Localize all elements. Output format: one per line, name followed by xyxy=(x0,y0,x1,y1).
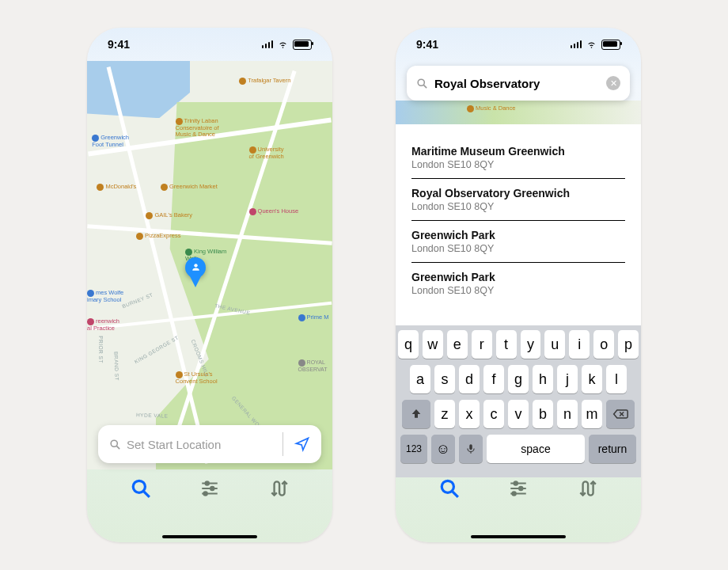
key-l[interactable]: l xyxy=(606,365,627,393)
key-g[interactable]: g xyxy=(508,365,529,393)
key-y[interactable]: y xyxy=(521,330,541,359)
tab-filters[interactable] xyxy=(507,477,529,500)
map-poi[interactable]: Trinity Laban Conservatoire of Music & D… xyxy=(176,118,219,139)
status-bar: 9:41 xyxy=(396,28,641,61)
tab-bar xyxy=(396,468,641,542)
search-results: Maritime Museum GreenwichLondon SE10 8QY… xyxy=(396,124,641,335)
map-poi[interactable]: University of Greenwich xyxy=(249,146,284,160)
key-v[interactable]: v xyxy=(508,400,529,428)
key-space[interactable]: space xyxy=(487,435,585,463)
svg-line-12 xyxy=(423,85,427,88)
key-backspace[interactable] xyxy=(606,400,635,428)
battery-icon xyxy=(293,40,312,50)
key-n[interactable]: n xyxy=(557,400,578,428)
key-a[interactable]: a xyxy=(410,365,430,393)
status-bar: 9:41 xyxy=(87,28,332,61)
home-indicator[interactable] xyxy=(471,535,566,539)
key-m[interactable]: m xyxy=(582,400,602,428)
key-d[interactable]: d xyxy=(459,365,480,393)
cellular-icon xyxy=(571,40,582,48)
key-emoji[interactable]: ☺ xyxy=(431,435,455,463)
key-123[interactable]: 123 xyxy=(400,435,427,463)
current-location-button[interactable] xyxy=(283,436,321,452)
key-i[interactable]: i xyxy=(569,330,590,359)
wifi-icon xyxy=(277,40,289,49)
location-pin[interactable] xyxy=(185,257,206,287)
tab-filters[interactable] xyxy=(199,477,221,500)
key-t[interactable]: t xyxy=(496,330,517,359)
key-q[interactable]: q xyxy=(398,330,419,359)
map-poi[interactable]: PizzaExpress xyxy=(136,233,180,240)
key-shift[interactable] xyxy=(402,400,430,428)
result-subtitle: London SE10 8QY xyxy=(411,159,625,170)
search-result[interactable]: Maritime Museum GreenwichLondon SE10 8QY xyxy=(411,137,625,179)
key-z[interactable]: z xyxy=(434,400,455,428)
tab-search[interactable] xyxy=(438,477,461,500)
keyboard: qwertyuiop asdfghjkl zxcvbnm 123 ☺ space… xyxy=(396,325,641,477)
road-label: BRAND ST xyxy=(113,352,119,381)
key-j[interactable]: j xyxy=(557,365,578,393)
map-poi[interactable]: mes Wolfe imary School xyxy=(87,290,123,303)
result-subtitle: London SE10 8QY xyxy=(411,285,625,296)
key-f[interactable]: f xyxy=(483,365,504,393)
map-poi[interactable]: GAIL's Bakery xyxy=(146,212,192,219)
tab-bar xyxy=(87,468,332,542)
wifi-icon xyxy=(586,40,597,49)
map-poi[interactable]: Prime M xyxy=(298,314,329,321)
svg-line-4 xyxy=(143,492,149,497)
result-title: Greenwich Park xyxy=(411,229,625,241)
road-label: HYDE VALE xyxy=(136,412,169,418)
key-mic[interactable] xyxy=(459,435,483,463)
search-bar: Royal Observatory ✕ xyxy=(407,66,630,101)
key-return[interactable]: return xyxy=(589,435,636,463)
key-x[interactable]: x xyxy=(459,400,480,428)
key-b[interactable]: b xyxy=(533,400,553,428)
svg-line-2 xyxy=(116,446,119,449)
search-result[interactable]: Greenwich ParkLondon SE10 8QY xyxy=(411,263,625,304)
svg-point-10 xyxy=(203,492,207,495)
key-p[interactable]: p xyxy=(618,330,639,359)
status-icons xyxy=(571,40,621,50)
home-indicator[interactable] xyxy=(162,535,257,539)
key-u[interactable]: u xyxy=(544,330,565,359)
svg-point-8 xyxy=(206,481,209,484)
key-c[interactable]: c xyxy=(483,400,504,428)
search-input[interactable]: Royal Observatory xyxy=(434,77,600,90)
map-view[interactable]: Trafalgar TavernGreenwich Foot TunnelTri… xyxy=(87,61,332,469)
road-label: PRIOR ST xyxy=(98,336,104,363)
tab-route[interactable] xyxy=(576,477,598,500)
cellular-icon xyxy=(262,40,274,48)
key-h[interactable]: h xyxy=(533,365,553,393)
map-poi[interactable]: reenwich al Practice xyxy=(87,318,119,332)
map-poi[interactable]: St Ursula's Convent School xyxy=(176,371,218,385)
key-k[interactable]: k xyxy=(582,365,602,393)
map-poi[interactable]: Greenwich Foot Tunnel xyxy=(92,135,129,148)
search-result[interactable]: Royal Observatory GreenwichLondon SE10 8… xyxy=(411,179,625,221)
map-poi: Music & Dance xyxy=(467,105,515,112)
key-w[interactable]: w xyxy=(423,330,443,359)
svg-line-17 xyxy=(452,492,457,497)
search-result[interactable]: Greenwich ParkLondon SE10 8QY xyxy=(411,221,625,263)
status-icons xyxy=(262,40,313,50)
key-o[interactable]: o xyxy=(593,330,614,359)
map-poi[interactable]: McDonald's xyxy=(97,184,136,191)
map-poi[interactable]: Queen's House xyxy=(249,208,298,215)
key-e[interactable]: e xyxy=(447,330,468,359)
clock: 9:41 xyxy=(416,38,438,51)
map-poi[interactable]: Greenwich Market xyxy=(161,184,218,191)
search-icon xyxy=(416,78,428,89)
result-subtitle: London SE10 8QY xyxy=(411,243,625,254)
svg-point-22 xyxy=(519,487,522,490)
map-poi[interactable]: Trafalgar Tavern xyxy=(239,78,290,85)
clear-button[interactable]: ✕ xyxy=(606,76,620,90)
search-placeholder: Set Start Location xyxy=(127,438,221,451)
search-field[interactable]: Set Start Location xyxy=(98,438,282,451)
svg-point-23 xyxy=(512,492,515,495)
tab-search[interactable] xyxy=(130,477,152,500)
tab-route[interactable] xyxy=(267,477,290,500)
svg-rect-15 xyxy=(469,444,472,450)
key-s[interactable]: s xyxy=(434,365,455,393)
result-title: Maritime Museum Greenwich xyxy=(411,145,625,158)
key-r[interactable]: r xyxy=(472,330,492,359)
map-poi[interactable]: ROYAL OBSERVAT xyxy=(298,359,328,373)
